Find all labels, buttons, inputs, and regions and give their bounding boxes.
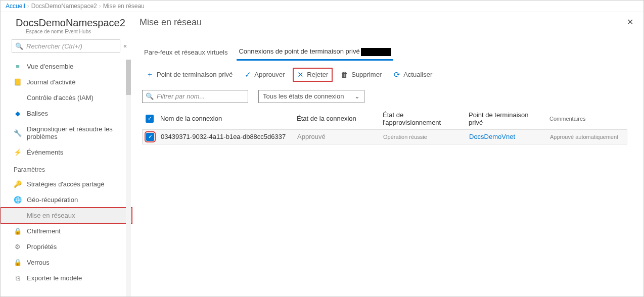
tab-label: Connexions de point de terminaison privé	[239, 47, 359, 55]
resource-subtitle: Espace de noms Event Hubs	[26, 29, 140, 34]
button-label: Actualiser	[403, 71, 432, 78]
table-row[interactable]: ✓ 03439371-9032-4a11-b1ea-db88cc5d6337 A…	[142, 129, 627, 144]
check-icon: ✓	[245, 70, 251, 79]
page-header: DocsDemoNamespace2 Espace de noms Event …	[1, 12, 643, 39]
export-icon: ⎘	[14, 274, 22, 282]
sidebar-item-label: Chiffrement	[27, 227, 61, 235]
tab-firewalls[interactable]: Pare-feux et réseaux virtuels	[142, 45, 229, 59]
col-comments: Commentaires	[546, 116, 627, 122]
breadcrumb-page: Mise en réseau	[103, 3, 145, 10]
select-all-checkbox[interactable]: ✓	[146, 115, 154, 123]
col-private-endpoint: Point de terminaison privé	[466, 111, 546, 126]
log-icon: 📒	[14, 78, 22, 86]
close-icon[interactable]: ✕	[627, 17, 633, 27]
cell-provisioning-state: Opération réussie	[380, 134, 466, 140]
sidebar-item-locks[interactable]: 🔒Verrous	[1, 255, 132, 270]
filter-state-dropdown[interactable]: Tous les états de connexion ⌄	[258, 90, 364, 103]
table-header-row: ✓ Nom de la connexion État de la connexi…	[142, 108, 627, 129]
sidebar-item-label: Mise en réseaux	[27, 212, 75, 219]
cell-comments: Approuvé automatiquement	[547, 134, 627, 140]
sidebar-item-tags[interactable]: ◆Balises	[1, 106, 132, 121]
approve-button[interactable]: ✓Approuver	[241, 68, 289, 81]
sidebar: 🔍 Rechercher (Ctrl+/) « ≡Vue d'ensemble …	[1, 39, 132, 286]
button-label: Point de terminaison privé	[157, 71, 233, 78]
sidebar-item-label: Événements	[27, 148, 63, 156]
sidebar-menu: ≡Vue d'ensemble 📒Journal d'activité Cont…	[1, 57, 132, 286]
sidebar-item-label: Verrous	[27, 259, 50, 266]
sidebar-scrollbar-thumb[interactable]	[126, 60, 131, 95]
wrench-icon: 🔧	[14, 129, 22, 137]
search-icon: 🔍	[146, 92, 154, 100]
search-icon: 🔍	[15, 42, 23, 50]
refresh-button[interactable]: ⟳Actualiser	[390, 68, 436, 81]
sidebar-item-properties[interactable]: ⚙Propriétés	[1, 239, 132, 255]
sidebar-item-networking[interactable]: Mise en réseaux	[1, 208, 132, 223]
reject-button[interactable]: ✕Rejeter	[293, 68, 333, 82]
add-private-endpoint-button[interactable]: ＋Point de terminaison privé	[142, 68, 237, 81]
overview-icon: ≡	[14, 63, 22, 70]
connections-table: ✓ Nom de la connexion État de la connexi…	[142, 108, 627, 144]
tags-icon: ◆	[14, 110, 22, 117]
main-panel: Pare-feux et réseaux virtuels Connexions…	[132, 39, 643, 286]
sidebar-item-label: Balises	[27, 110, 48, 117]
sidebar-section-settings: Paramètres	[1, 160, 132, 176]
cell-connection-state: Approuvé	[294, 133, 380, 140]
search-input[interactable]: 🔍 Rechercher (Ctrl+/)	[12, 39, 120, 53]
sidebar-item-encryption[interactable]: 🔒Chiffrement	[1, 223, 132, 239]
resource-title: DocsDemoNamespace2	[16, 17, 140, 29]
cell-private-endpoint-link[interactable]: DocsDemoVnet	[466, 133, 547, 140]
sidebar-item-label: Exporter le modèle	[27, 274, 82, 282]
sidebar-item-label: Géo-récupération	[27, 196, 78, 204]
redacted-block	[361, 48, 391, 56]
lock-icon: 🔒	[14, 259, 22, 266]
delete-button[interactable]: 🗑Supprimer	[337, 68, 386, 81]
sidebar-item-shared-access[interactable]: 🔑Stratégies d'accès partagé	[1, 176, 132, 192]
refresh-icon: ⟳	[394, 70, 400, 79]
button-label: Supprimer	[351, 71, 382, 78]
sidebar-item-label: Journal d'activité	[27, 78, 75, 86]
sidebar-item-label: Contrôle d'accès (IAM)	[27, 94, 94, 102]
plus-icon: ＋	[146, 70, 154, 79]
sidebar-item-activity-log[interactable]: 📒Journal d'activité	[1, 74, 132, 90]
dropdown-label: Tous les états de connexion	[263, 92, 344, 100]
col-provisioning-state: État de l'approvisionnement	[380, 111, 466, 126]
toolbar: ＋Point de terminaison privé ✓Approuver ✕…	[142, 68, 633, 82]
row-checkbox[interactable]: ✓	[146, 133, 154, 141]
sidebar-item-events[interactable]: ⚡Événements	[1, 144, 132, 160]
chevron-down-icon: ⌄	[354, 92, 360, 100]
x-icon: ✕	[297, 70, 304, 79]
bolt-icon: ⚡	[14, 148, 22, 156]
filter-row: 🔍 Filtrer par nom... Tous les états de c…	[142, 90, 633, 103]
trash-icon: 🗑	[341, 70, 348, 79]
sidebar-item-label: Propriétés	[27, 243, 57, 251]
sidebar-item-label: Diagnostiquer et résoudre les problèmes	[27, 125, 127, 140]
sidebar-item-label: Vue d'ensemble	[27, 63, 73, 70]
globe-icon: 🌐	[14, 196, 22, 204]
sidebar-item-overview[interactable]: ≡Vue d'ensemble	[1, 59, 132, 74]
tab-bar: Pare-feux et réseaux virtuels Connexions…	[142, 44, 633, 61]
col-connection-name: Nom de la connexion	[157, 115, 294, 122]
sidebar-item-label: Stratégies d'accès partagé	[27, 180, 105, 188]
button-label: Rejeter	[307, 71, 328, 78]
col-connection-state: État de la connexion	[294, 115, 380, 122]
breadcrumb: Accueil › DocsDemoNamespace2 › Mise en r…	[1, 1, 643, 12]
breadcrumb-namespace[interactable]: DocsDemoNamespace2	[31, 3, 97, 10]
sidebar-item-geo-recovery[interactable]: 🌐Géo-récupération	[1, 192, 132, 208]
search-placeholder: Rechercher (Ctrl+/)	[26, 42, 82, 50]
tab-private-endpoint-connections[interactable]: Connexions de point de terminaison privé	[237, 44, 393, 61]
key-icon: 🔑	[14, 180, 22, 188]
input-placeholder: Filtrer par nom...	[157, 92, 205, 100]
breadcrumb-home[interactable]: Accueil	[6, 3, 25, 10]
sidebar-item-iam[interactable]: Contrôle d'accès (IAM)	[1, 90, 132, 106]
sidebar-item-export-template[interactable]: ⎘Exporter le modèle	[1, 270, 132, 286]
gear-icon: ⚙	[14, 243, 22, 251]
collapse-sidebar-icon[interactable]: «	[123, 42, 127, 49]
button-label: Approuver	[254, 71, 285, 78]
cell-connection-name: 03439371-9032-4a11-b1ea-db88cc5d6337	[158, 133, 294, 140]
lock-icon: 🔒	[14, 227, 22, 235]
sidebar-scrollbar-track[interactable]	[126, 60, 131, 297]
filter-name-input[interactable]: 🔍 Filtrer par nom...	[142, 90, 248, 103]
sidebar-item-diagnose[interactable]: 🔧Diagnostiquer et résoudre les problèmes	[1, 121, 132, 144]
page-title: Mise en réseau	[140, 17, 202, 28]
